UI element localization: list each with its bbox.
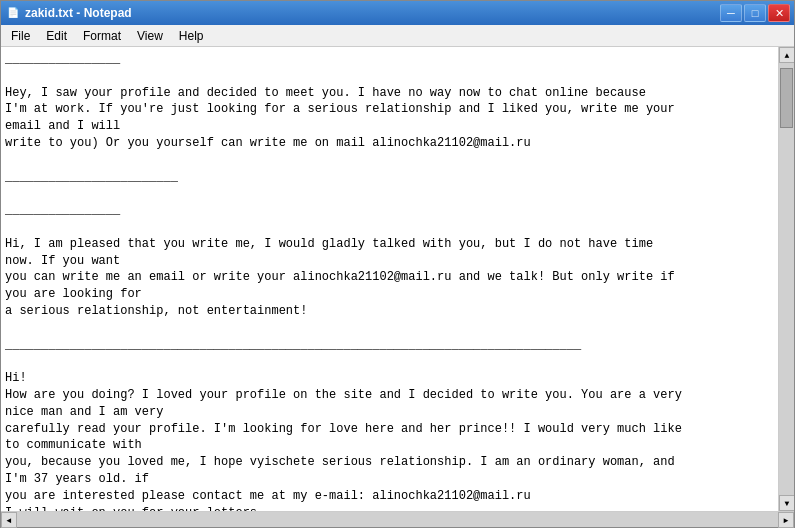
menu-file[interactable]: File — [3, 27, 38, 45]
scroll-right-button[interactable]: ► — [778, 512, 794, 528]
menu-format[interactable]: Format — [75, 27, 129, 45]
restore-button[interactable]: □ — [744, 4, 766, 22]
app-icon: 📄 — [5, 5, 21, 21]
scroll-track-h[interactable] — [17, 512, 778, 527]
minimize-button[interactable]: ─ — [720, 4, 742, 22]
close-button[interactable]: ✕ — [768, 4, 790, 22]
scroll-up-button[interactable]: ▲ — [779, 47, 794, 63]
window-title: zakid.txt - Notepad — [25, 6, 720, 20]
content-area: ▲ ▼ — [1, 47, 794, 511]
scroll-thumb-v[interactable] — [780, 68, 793, 128]
text-container — [1, 47, 778, 511]
menu-edit[interactable]: Edit — [38, 27, 75, 45]
vertical-scrollbar: ▲ ▼ — [778, 47, 794, 511]
menu-help[interactable]: Help — [171, 27, 212, 45]
window-controls: ─ □ ✕ — [720, 4, 790, 22]
scroll-track-v[interactable] — [779, 63, 794, 495]
menu-view[interactable]: View — [129, 27, 171, 45]
text-editor[interactable] — [1, 47, 778, 511]
menu-bar: File Edit Format View Help — [1, 25, 794, 47]
scroll-left-button[interactable]: ◄ — [1, 512, 17, 528]
title-bar: 📄 zakid.txt - Notepad ─ □ ✕ — [1, 1, 794, 25]
notepad-window: 📄 zakid.txt - Notepad ─ □ ✕ File Edit Fo… — [0, 0, 795, 528]
scroll-down-button[interactable]: ▼ — [779, 495, 794, 511]
horizontal-scrollbar: ◄ ► — [1, 511, 794, 527]
